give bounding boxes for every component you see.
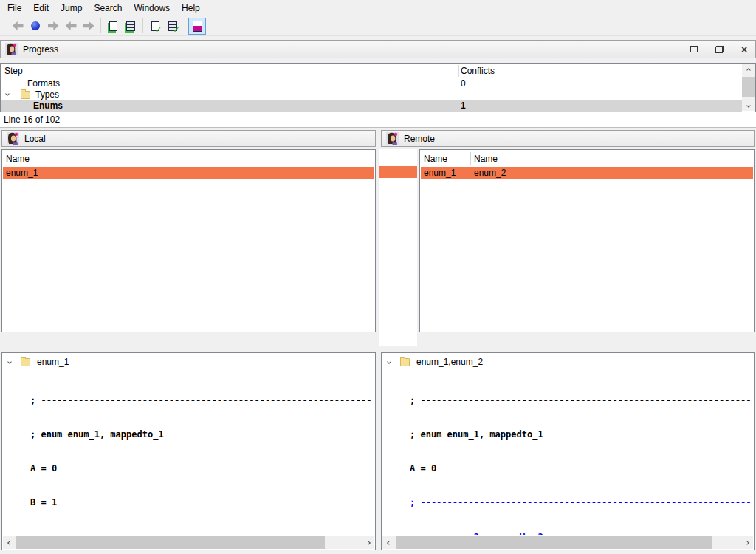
local-detail-pane: enum_1 ; -------------------------------… xyxy=(1,352,376,550)
chevron-right-icon xyxy=(366,541,371,545)
chevron-left-icon xyxy=(7,541,12,545)
scroll-down-button[interactable] xyxy=(742,100,755,111)
diff-view-toggle[interactable] xyxy=(188,18,206,35)
remote-table: Name Name enum_1 enum_2 xyxy=(419,149,755,332)
document-check-icon xyxy=(151,21,159,31)
column-header-name-1[interactable]: Name xyxy=(424,154,447,164)
forward-button[interactable] xyxy=(44,18,62,35)
folder-icon xyxy=(21,358,30,366)
chevron-down-icon xyxy=(746,103,751,108)
prev-arrow-icon xyxy=(66,21,77,30)
progress-vertical-scrollbar[interactable] xyxy=(742,64,755,111)
close-icon: × xyxy=(741,44,747,55)
row-label: Enums xyxy=(33,100,63,112)
menu-search[interactable]: Search xyxy=(88,1,128,16)
menu-help[interactable]: Help xyxy=(176,1,206,16)
local-detail-tree-item[interactable]: enum_1 xyxy=(8,357,69,367)
row-label: Formats xyxy=(27,78,60,89)
expand-chevron-icon[interactable] xyxy=(7,360,12,364)
column-divider[interactable] xyxy=(470,152,471,165)
toolbar-grip[interactable] xyxy=(3,19,5,33)
blue-circle-icon xyxy=(31,21,40,30)
row-conflicts: 0 xyxy=(461,78,466,89)
scroll-thumb[interactable] xyxy=(396,536,712,549)
code-line: A = 0 xyxy=(30,463,373,474)
remote-horizontal-scrollbar[interactable] xyxy=(382,536,753,549)
scroll-left-button[interactable] xyxy=(382,536,395,549)
scroll-up-button[interactable] xyxy=(742,64,755,75)
maximize-button[interactable] xyxy=(687,43,701,56)
column-divider[interactable] xyxy=(458,65,459,77)
code-line: ; --------------------------------------… xyxy=(410,395,752,406)
stop-button[interactable] xyxy=(27,18,44,35)
progress-title: Progress xyxy=(23,44,58,55)
remote-row-enum[interactable]: enum_1 enum_2 xyxy=(421,167,753,179)
folder-icon xyxy=(21,91,30,99)
accept-button[interactable] xyxy=(146,18,164,35)
local-table-header: Name xyxy=(2,150,375,167)
menu-file[interactable]: File xyxy=(1,1,27,16)
database-check-icon xyxy=(168,21,177,31)
chevron-right-icon xyxy=(745,541,749,545)
code-line: ; enum enum_2, mappedto_2 xyxy=(410,532,752,535)
menu-edit[interactable]: Edit xyxy=(27,1,55,16)
local-table: Name enum_1 xyxy=(1,149,376,332)
remote-titlebar: Remote xyxy=(381,130,755,147)
menu-jump[interactable]: Jump xyxy=(55,1,88,16)
folder-icon xyxy=(400,358,410,366)
remote-code-block: ; --------------------------------------… xyxy=(410,372,752,535)
remote-title: Remote xyxy=(404,134,435,144)
local-row-enum1[interactable]: enum_1 xyxy=(3,167,374,179)
cell-name: enum_1 xyxy=(6,167,38,179)
remote-detail-pane: enum_1,enum_2 ; ------------------------… xyxy=(381,352,755,550)
restore-button[interactable] xyxy=(712,43,726,56)
scroll-thumb[interactable] xyxy=(16,536,325,549)
maximize-icon xyxy=(690,46,698,52)
column-header-step[interactable]: Step xyxy=(4,66,23,76)
code-line: ; enum enum_1, mappedto_1 xyxy=(410,429,752,440)
database-green-icon xyxy=(126,21,135,31)
table-row-formats[interactable]: Formats 0 xyxy=(1,78,742,89)
document-green-icon xyxy=(109,21,117,31)
back-button[interactable] xyxy=(9,18,27,35)
conflict-link-cell xyxy=(379,166,417,178)
progress-table: Step Conflicts Formats 0 Types Enums 1 xyxy=(0,63,756,112)
forward-arrow-icon xyxy=(48,21,59,30)
chevron-left-icon xyxy=(387,541,391,545)
expand-chevron-icon[interactable] xyxy=(387,360,391,364)
tree-node-label: enum_1,enum_2 xyxy=(416,357,483,367)
app-icon xyxy=(5,43,18,55)
status-line: Line 16 of 102 xyxy=(0,112,756,128)
toolbar xyxy=(0,16,756,36)
code-line: ; --------------------------------------… xyxy=(30,395,373,406)
code-line: A = 0 xyxy=(410,463,752,474)
menu-windows[interactable]: Windows xyxy=(128,1,176,16)
column-header-name-2[interactable]: Name xyxy=(474,154,498,164)
code-line: ; enum enum_1, mappedto_1 xyxy=(30,429,373,440)
local-code-block: ; --------------------------------------… xyxy=(30,372,373,535)
local-horizontal-scrollbar[interactable] xyxy=(3,536,374,549)
accept-all-button[interactable] xyxy=(164,18,182,35)
remote-detail-tree-item[interactable]: enum_1,enum_2 xyxy=(388,357,483,367)
table-row-types[interactable]: Types xyxy=(1,89,742,100)
take-local-all-button[interactable] xyxy=(122,18,140,35)
next-conflict-button[interactable] xyxy=(80,18,97,35)
cell-remote-name: enum_2 xyxy=(474,167,506,179)
scroll-left-button[interactable] xyxy=(3,536,16,549)
take-local-button[interactable] xyxy=(104,18,122,35)
scroll-right-button[interactable] xyxy=(362,536,374,549)
tree-node-label: enum_1 xyxy=(37,357,69,367)
progress-table-header: Step Conflicts xyxy=(1,64,743,78)
menu-bar: File Edit Jump Search Windows Help xyxy=(0,0,756,16)
close-button[interactable]: × xyxy=(738,43,751,56)
scroll-thumb[interactable] xyxy=(742,77,755,97)
application-window: File Edit Jump Search Windows Help Progr… xyxy=(0,0,756,554)
expand-chevron-icon[interactable] xyxy=(5,92,10,96)
local-title: Local xyxy=(24,134,46,144)
column-header-name[interactable]: Name xyxy=(6,154,30,164)
conflict-link-strip xyxy=(379,149,417,346)
table-row-enums-selected[interactable]: Enums 1 xyxy=(1,100,742,112)
column-header-conflicts[interactable]: Conflicts xyxy=(461,66,495,76)
scroll-right-button[interactable] xyxy=(740,536,753,549)
prev-conflict-button[interactable] xyxy=(62,18,80,35)
